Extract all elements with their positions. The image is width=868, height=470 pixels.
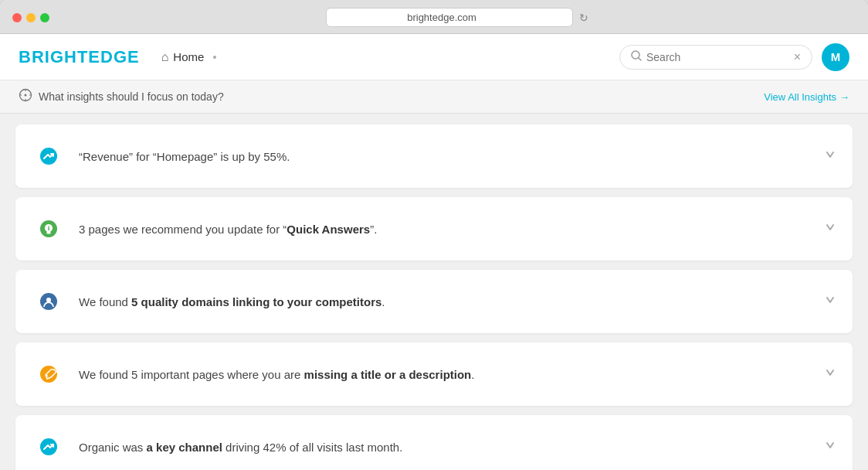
insight-card-1[interactable]: “Revenue” for “Homepage” is up by 55%. — [15, 124, 853, 188]
insight-card-5[interactable]: Organic was a key channel driving 42% of… — [15, 415, 853, 470]
avatar[interactable]: M — [822, 43, 849, 71]
search-input[interactable] — [646, 51, 789, 63]
nav-bar: BRIGHTEDGE ⌂ Home × M — [0, 34, 868, 80]
search-icon — [631, 50, 642, 63]
card-icon-2 — [31, 211, 66, 247]
search-bar[interactable]: × — [619, 45, 812, 70]
home-label: Home — [173, 50, 204, 63]
card-text-5: Organic was a key channel driving 42% of… — [79, 439, 811, 455]
home-icon: ⌂ — [161, 50, 169, 64]
insight-card-3[interactable]: We found 5 quality domains linking to yo… — [15, 270, 853, 333]
svg-point-3 — [25, 94, 27, 97]
search-clear-button[interactable]: × — [794, 50, 801, 64]
svg-rect-10 — [47, 233, 51, 234]
card-chevron-2[interactable] — [823, 220, 837, 238]
card-text-3: We found 5 quality domains linking to yo… — [79, 294, 811, 310]
svg-line-1 — [639, 58, 641, 60]
card-text-2: 3 pages we recommend you update for “Qui… — [79, 221, 811, 237]
card-icon-5 — [31, 429, 66, 465]
card-icon-4 — [31, 356, 66, 392]
card-chevron-5[interactable] — [823, 438, 837, 456]
card-text-1: “Revenue” for “Homepage” is up by 55%. — [79, 148, 811, 165]
card-text-4: We found 5 important pages where you are… — [79, 366, 811, 383]
cards-container: “Revenue” for “Homepage” is up by 55%. 3… — [0, 114, 868, 470]
view-all-label: View All Insights — [764, 91, 836, 103]
logo: BRIGHTEDGE — [19, 47, 140, 67]
maximize-dot[interactable] — [40, 13, 49, 22]
nav-separator-dot — [213, 56, 216, 59]
refresh-button[interactable]: ↻ — [579, 12, 588, 24]
url-field[interactable]: brightedge.com — [326, 8, 573, 27]
card-chevron-3[interactable] — [823, 293, 837, 311]
card-icon-3 — [31, 284, 66, 319]
insight-card-2[interactable]: 3 pages we recommend you update for “Qui… — [15, 197, 853, 261]
insight-card-4[interactable]: We found 5 important pages where you are… — [15, 342, 853, 406]
insights-question: What insights should I focus on today? — [19, 88, 224, 105]
address-bar: brightedge.com ↻ — [59, 8, 856, 27]
view-all-arrow: → — [839, 91, 849, 103]
close-dot[interactable] — [12, 13, 22, 22]
browser-dots — [12, 13, 49, 22]
minimize-dot[interactable] — [26, 13, 36, 22]
card-icon-1 — [31, 138, 66, 174]
browser-window: brightedge.com ↻ BRIGHTEDGE ⌂ Home — [0, 0, 868, 470]
view-all-insights-link[interactable]: View All Insights → — [764, 91, 849, 103]
insights-bar: What insights should I focus on today? V… — [0, 80, 868, 114]
card-chevron-1[interactable] — [823, 148, 837, 165]
app-content: BRIGHTEDGE ⌂ Home × M — [0, 34, 868, 470]
card-chevron-4[interactable] — [823, 366, 837, 383]
url-text: brightedge.com — [407, 12, 476, 23]
svg-point-12 — [48, 226, 49, 227]
browser-titlebar: brightedge.com ↻ — [0, 0, 868, 34]
compass-icon — [19, 88, 32, 105]
home-nav-item[interactable]: ⌂ Home — [161, 50, 205, 64]
insights-question-text: What insights should I focus on today? — [39, 90, 224, 103]
